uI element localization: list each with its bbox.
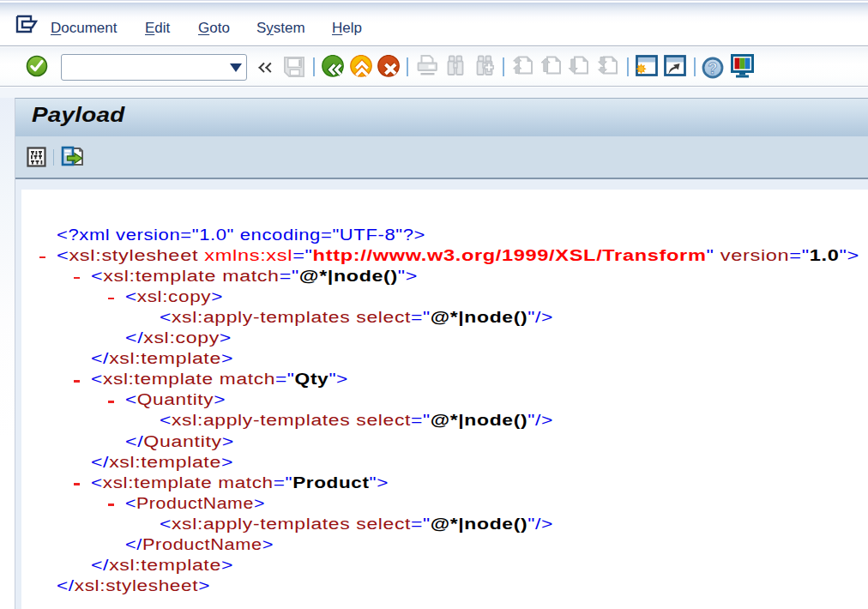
svg-text:?: ? (708, 59, 717, 77)
